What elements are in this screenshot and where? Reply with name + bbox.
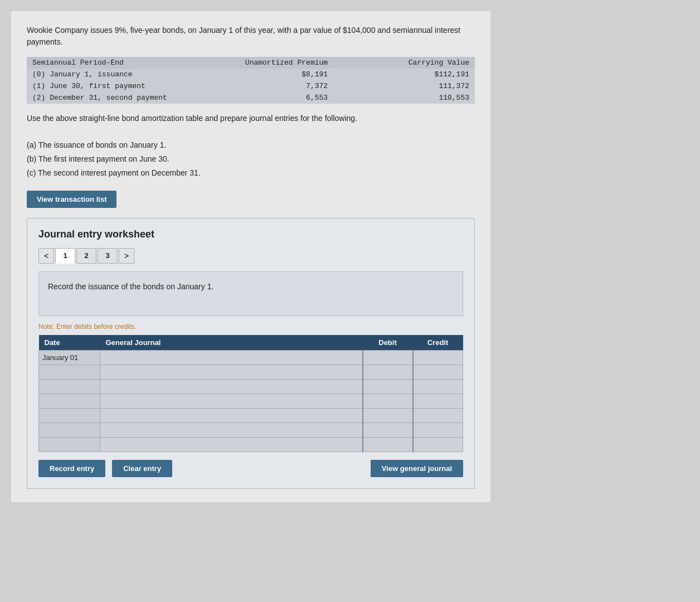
amort-premium: 6,553	[192, 92, 333, 104]
journal-entry-input[interactable]	[104, 440, 359, 449]
col-header-debit: Debit	[363, 335, 413, 351]
journal-entry-input[interactable]	[104, 411, 359, 420]
tab-next-button[interactable]: >	[119, 248, 134, 264]
header-premium: Unamortized Premium	[192, 57, 333, 69]
journal-debit-cell[interactable]	[363, 350, 413, 365]
task-a: (a) The issuance of bonds on January 1.	[27, 138, 475, 152]
instructions-text: Use the above straight-line bond amortiz…	[27, 114, 475, 123]
journal-entry-cell[interactable]	[100, 437, 363, 452]
tab-prev-button[interactable]: <	[38, 248, 54, 264]
clear-entry-button[interactable]: Clear entry	[112, 460, 172, 477]
journal-debit-input[interactable]	[367, 382, 409, 391]
journal-debit-input[interactable]	[367, 353, 409, 362]
col-header-credit: Credit	[413, 335, 463, 351]
journal-date-cell	[39, 423, 100, 437]
journal-credit-input[interactable]	[417, 368, 460, 376]
journal-row	[39, 379, 463, 394]
journal-row: January 01	[39, 350, 463, 365]
journal-entry-cell[interactable]	[100, 350, 363, 365]
journal-entry-cell[interactable]	[100, 394, 363, 408]
amort-row: (0) January 1, issuance $8,191 $112,191	[27, 69, 475, 80]
amort-period: (2) December 31, second payment	[27, 92, 192, 104]
journal-credit-input[interactable]	[417, 397, 460, 405]
worksheet-container: Journal entry worksheet < 1 2 3 > Record…	[27, 218, 475, 489]
journal-debit-input[interactable]	[367, 368, 409, 376]
record-entry-button[interactable]: Record entry	[38, 460, 105, 477]
journal-entry-input[interactable]	[104, 368, 359, 376]
header-period: Semiannual Period-End	[27, 57, 192, 69]
amortization-table: Semiannual Period-End Unamortized Premiu…	[27, 57, 475, 104]
amort-premium: $8,191	[192, 69, 333, 80]
journal-date-cell	[39, 379, 100, 394]
task-c: (c) The second interest payment on Decem…	[27, 166, 475, 180]
journal-credit-cell[interactable]	[413, 437, 463, 452]
journal-credit-cell[interactable]	[413, 379, 463, 394]
journal-entry-input[interactable]	[104, 353, 359, 362]
col-header-date: Date	[39, 335, 100, 351]
journal-row	[39, 394, 463, 408]
view-transaction-button[interactable]: View transaction list	[27, 191, 116, 208]
task-list: (a) The issuance of bonds on January 1. …	[27, 138, 475, 181]
journal-debit-cell[interactable]	[363, 394, 413, 408]
journal-debit-input[interactable]	[367, 397, 409, 405]
tab-2-button[interactable]: 2	[76, 248, 96, 264]
journal-debit-cell[interactable]	[363, 408, 413, 423]
journal-date-cell	[39, 408, 100, 423]
header-carrying: Carrying Value	[333, 57, 475, 69]
journal-date-cell	[39, 365, 100, 379]
journal-row	[39, 408, 463, 423]
journal-debit-input[interactable]	[367, 411, 409, 420]
col-header-journal: General Journal	[100, 335, 363, 351]
journal-credit-input[interactable]	[417, 440, 460, 449]
journal-credit-input[interactable]	[417, 426, 460, 434]
journal-date-cell	[39, 437, 100, 452]
journal-credit-input[interactable]	[417, 382, 460, 391]
journal-debit-cell[interactable]	[363, 365, 413, 379]
page-container: Wookie Company issues 9%, five-year bond…	[11, 11, 490, 502]
journal-debit-input[interactable]	[367, 440, 409, 449]
journal-entry-cell[interactable]	[100, 379, 363, 394]
journal-debit-cell[interactable]	[363, 423, 413, 437]
amort-row: (2) December 31, second payment 6,553 11…	[27, 92, 475, 104]
intro-text: Wookie Company issues 9%, five-year bond…	[27, 25, 475, 48]
view-general-journal-button[interactable]: View general journal	[371, 460, 463, 477]
journal-entry-cell[interactable]	[100, 423, 363, 437]
journal-debit-input[interactable]	[367, 426, 409, 434]
journal-debit-cell[interactable]	[363, 379, 413, 394]
journal-date-cell: January 01	[39, 350, 100, 365]
journal-credit-input[interactable]	[417, 411, 460, 420]
journal-credit-cell[interactable]	[413, 423, 463, 437]
amort-period: (0) January 1, issuance	[27, 69, 192, 80]
amort-carrying: $112,191	[333, 69, 475, 80]
journal-row	[39, 423, 463, 437]
journal-table: Date General Journal Debit Credit Januar…	[38, 335, 463, 452]
journal-credit-input[interactable]	[417, 353, 460, 362]
record-description: Record the issuance of the bonds on Janu…	[38, 271, 463, 316]
journal-credit-cell[interactable]	[413, 394, 463, 408]
journal-entry-cell[interactable]	[100, 365, 363, 379]
amort-row: (1) June 30, first payment 7,372 111,372	[27, 80, 475, 92]
tab-1-button[interactable]: 1	[55, 248, 75, 264]
journal-entry-input[interactable]	[104, 426, 359, 434]
journal-entry-input[interactable]	[104, 382, 359, 391]
amort-premium: 7,372	[192, 80, 333, 92]
worksheet-title: Journal entry worksheet	[38, 229, 463, 240]
journal-entry-input[interactable]	[104, 397, 359, 405]
journal-date-cell	[39, 394, 100, 408]
bottom-buttons: Record entry Clear entry View general jo…	[38, 460, 463, 477]
note-text: Note: Enter debits before credits.	[38, 323, 463, 331]
amort-carrying: 111,372	[333, 80, 475, 92]
journal-row	[39, 365, 463, 379]
journal-credit-cell[interactable]	[413, 350, 463, 365]
task-b: (b) The first interest payment on June 3…	[27, 152, 475, 166]
tab-navigation: < 1 2 3 >	[38, 248, 463, 264]
tab-3-button[interactable]: 3	[98, 248, 118, 264]
journal-entry-cell[interactable]	[100, 408, 363, 423]
amort-period: (1) June 30, first payment	[27, 80, 192, 92]
journal-debit-cell[interactable]	[363, 437, 413, 452]
journal-row	[39, 437, 463, 452]
journal-credit-cell[interactable]	[413, 408, 463, 423]
amort-carrying: 110,553	[333, 92, 475, 104]
journal-credit-cell[interactable]	[413, 365, 463, 379]
